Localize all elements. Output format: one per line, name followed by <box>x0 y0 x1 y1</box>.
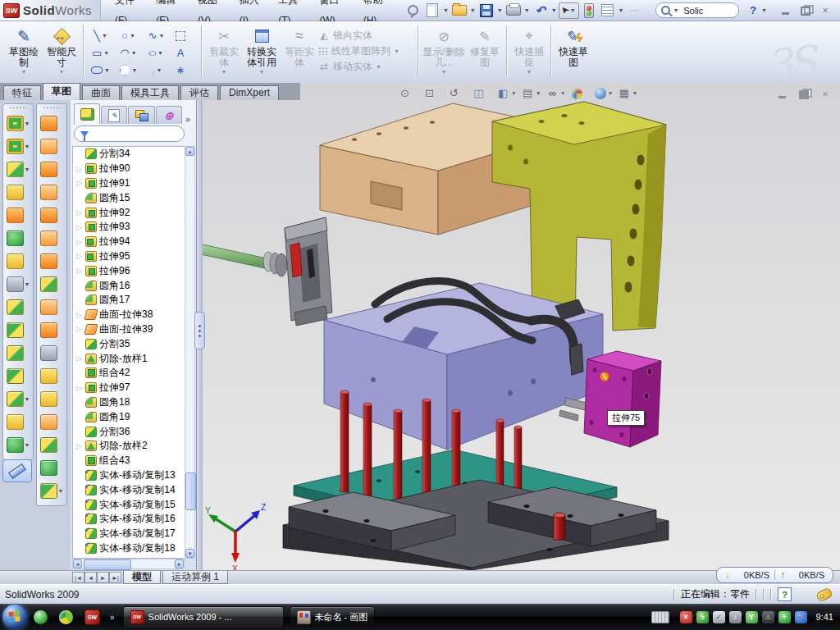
tree-item[interactable]: ▷ 曲面-拉伸38 <box>73 308 185 322</box>
scroll-left-icon[interactable]: ◄ <box>73 559 82 568</box>
expand-arrow-icon[interactable]: ▷ <box>75 252 83 260</box>
configurationmanager-tab[interactable] <box>128 106 154 124</box>
tree-horizontal-scrollbar[interactable]: ◄ ► <box>72 559 185 569</box>
tree-item[interactable]: ▷ 实体-移动/复制15 <box>73 497 185 512</box>
sketch-button[interactable]: ✎ 草图绘制▼ <box>5 25 43 75</box>
hud-button[interactable]: ▼ <box>422 86 443 100</box>
expand-arrow-icon[interactable]: ▷ <box>75 325 83 333</box>
tree-item[interactable]: ▷ 拉伸91 <box>73 176 185 191</box>
hud-button[interactable]: ▼ <box>472 86 492 100</box>
tree-item[interactable]: ▷ 拉伸92 <box>73 205 185 220</box>
smart-dimension-button[interactable]: ↔ 智能尺寸▼ <box>43 25 80 75</box>
feature-tool-button[interactable]: ▼ <box>7 433 30 456</box>
options-checklist-icon[interactable] <box>599 2 617 19</box>
save-icon[interactable] <box>477 2 495 19</box>
sketch-entity-button[interactable]: ◞ ▼ <box>143 62 171 79</box>
expand-arrow-icon[interactable]: ▷ <box>75 311 83 319</box>
command-tab[interactable]: 曲面 <box>82 85 120 100</box>
tree-item[interactable]: ▷ 拉伸97 <box>73 381 185 395</box>
tree-item[interactable]: ▷ 实体-移动/复制17 <box>73 527 185 541</box>
hud-button[interactable]: ▼ <box>546 86 566 100</box>
new-document-icon[interactable] <box>423 2 441 19</box>
mold-tool-button[interactable]: ▼ <box>40 272 64 295</box>
tree-item[interactable]: ▷ 圆角19 <box>73 409 185 424</box>
dimxpertmanager-tab[interactable]: ⊕ <box>156 106 182 124</box>
command-tab[interactable]: 模具工具 <box>121 85 179 100</box>
taskbar-clock[interactable]: 9:41 <box>816 612 833 622</box>
expand-arrow-icon[interactable]: ▷ <box>75 223 83 231</box>
minimize-button[interactable] <box>779 5 792 16</box>
quick-launch-icon[interactable]: SW <box>84 609 100 625</box>
expand-arrow-icon[interactable]: ▷ <box>75 238 83 246</box>
expand-arrow-icon[interactable]: ▷ <box>75 179 83 187</box>
tray-icon[interactable]: ✓ <box>713 611 725 623</box>
restore-button[interactable] <box>799 5 812 16</box>
tray-icon[interactable]: × <box>680 611 692 623</box>
tree-item[interactable]: ▷ 实体-移动/复制13 <box>73 468 185 483</box>
tree-item[interactable]: ▷ 圆角16 <box>73 278 185 293</box>
panel-overflow-icon[interactable]: » <box>183 114 193 124</box>
quick-launch-icon[interactable] <box>59 610 73 624</box>
sketch-entity-button[interactable]: ╲ ▼ <box>87 27 115 44</box>
command-tab[interactable]: 评估 <box>180 85 218 100</box>
tree-item[interactable]: ▷ 曲面-拉伸39 <box>73 322 185 337</box>
tree-item[interactable]: ▷ 实体-移动/复制16 <box>73 512 185 527</box>
feature-tool-button[interactable]: ▼ <box>7 341 30 364</box>
start-button[interactable] <box>2 605 27 629</box>
open-icon[interactable] <box>450 2 468 19</box>
hud-button[interactable]: ▼ <box>617 86 637 100</box>
tray-icon[interactable]: + <box>778 611 791 623</box>
mold-tool-button[interactable]: ▼ <box>40 203 64 226</box>
expand-arrow-icon[interactable]: ▷ <box>75 442 83 450</box>
taskbar-task-button[interactable]: 未命名 - 画图 <box>290 606 376 628</box>
panel-collapse-handle[interactable] <box>194 312 205 349</box>
feature-tool-button[interactable]: ▼ <box>7 226 30 249</box>
tab-nav-last-button[interactable]: ►| <box>109 572 121 583</box>
select-tool[interactable]: ➤▼ <box>559 2 579 19</box>
featuremanager-tree-tab[interactable] <box>74 103 100 124</box>
part-nozzle-assembly[interactable] <box>197 217 332 326</box>
sketch-entity-button[interactable]: ◠ ▼ <box>115 44 143 62</box>
tree-item[interactable]: ▷ 组合42 <box>73 366 185 381</box>
toolbar-drag-handle[interactable] <box>43 107 61 109</box>
feature-tool-button[interactable]: ▼ <box>7 364 30 387</box>
propertymanager-tab[interactable]: ✎ <box>101 106 127 124</box>
toolbar-overflow-icon[interactable]: ⋯ <box>626 2 644 19</box>
part-side-block-selected[interactable] <box>584 351 661 447</box>
scroll-right-icon[interactable]: ► <box>175 559 184 568</box>
mold-tool-button[interactable]: ▼ <box>40 135 64 158</box>
tree-item[interactable]: ▷ 分割35 <box>73 336 185 351</box>
feature-tool-button[interactable]: ▼ <box>7 158 30 180</box>
undo-icon[interactable]: ↶ <box>532 2 550 19</box>
feature-tool-button[interactable]: ▼ <box>7 135 30 158</box>
mold-tool-button[interactable]: ▼ <box>40 479 64 502</box>
tray-icon[interactable]: − <box>795 611 807 623</box>
doc-close-button[interactable]: × <box>819 89 832 100</box>
sketch-entity-button[interactable]: ▼ <box>87 62 115 79</box>
command-tab[interactable]: 草图 <box>43 83 80 100</box>
3d-model[interactable]: Y Z X <box>197 83 840 570</box>
feature-tool-button[interactable]: ▼ <box>7 203 30 226</box>
feature-tool-button[interactable]: ▼ <box>7 410 30 433</box>
tree-item[interactable]: ▷ 拉伸95 <box>73 249 185 264</box>
tray-icon[interactable]: ⚠ <box>762 611 774 623</box>
sketch-entity-button[interactable]: A ▼ <box>171 44 199 62</box>
convert-entities-button[interactable]: 转换实体引用▼ <box>243 25 281 75</box>
mold-tool-button[interactable]: ▼ <box>40 318 64 341</box>
hud-button[interactable]: ▼ <box>496 86 517 100</box>
tree-item[interactable]: ▷ 圆角18 <box>73 395 185 410</box>
scrollbar-thumb[interactable] <box>185 472 196 510</box>
mold-tool-button[interactable]: ▼ <box>40 180 64 203</box>
mold-tool-button[interactable]: ▼ <box>40 341 64 364</box>
close-button[interactable]: × <box>819 5 832 16</box>
mold-tool-button[interactable]: ▼ <box>40 158 64 180</box>
command-tab[interactable]: 特征 <box>3 85 41 100</box>
tray-icon[interactable]: ♪ <box>729 611 742 623</box>
search-box[interactable]: ▼ <box>655 2 740 18</box>
sketch-entity-button[interactable]: ▼ <box>115 62 143 79</box>
model-tab[interactable]: 运动算例 1 <box>162 571 228 584</box>
scroll-down-icon[interactable]: ▼ <box>185 549 194 558</box>
hud-button[interactable]: ▼ <box>570 87 590 100</box>
tab-nav-next-button[interactable]: ► <box>97 572 109 583</box>
tray-icon[interactable]: Y <box>746 611 758 623</box>
